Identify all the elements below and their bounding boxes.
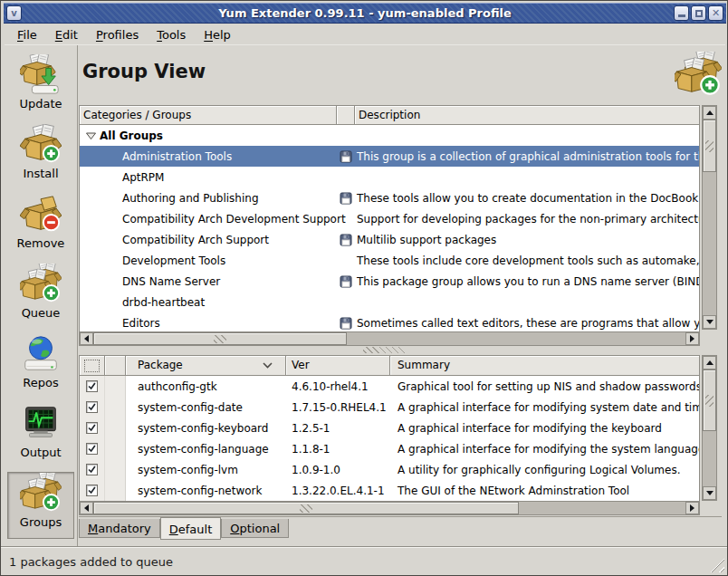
- menubar: File Edit Profiles Tools Help: [5, 24, 725, 45]
- groups-hscroll-thumb[interactable]: [93, 332, 347, 345]
- group-row[interactable]: Administration Tools This group is a col…: [80, 146, 699, 167]
- row-checkbox[interactable]: [86, 464, 98, 475]
- thumb-grip: [214, 335, 226, 343]
- pane-splitter-grip[interactable]: [363, 347, 405, 353]
- sidebar-item-repos[interactable]: Repos: [7, 332, 74, 399]
- menu-item[interactable]: File: [8, 26, 46, 43]
- package-version: 1.3.22.0.EL.4.1-1: [286, 485, 390, 497]
- minimize-button[interactable]: [674, 5, 689, 21]
- groups-vscroll-thumb[interactable]: [703, 120, 716, 172]
- row-checkbox[interactable]: [86, 485, 98, 496]
- group-row[interactable]: Compatibility Arch Support Multilib supp…: [80, 229, 699, 250]
- sidebar-item-queue[interactable]: Queue: [7, 263, 74, 330]
- group-name: Compatibility Arch Support: [100, 234, 269, 246]
- column-header-summary[interactable]: Summary: [390, 356, 699, 375]
- statusbar: 1 packages added to queue: [1, 548, 728, 576]
- scroll-down-button[interactable]: [703, 486, 716, 500]
- column-header-group-icon[interactable]: [337, 106, 355, 124]
- menu-item[interactable]: Tools: [148, 26, 195, 43]
- package-row[interactable]: authconfig-gtk 4.6.10-rhel4.1 Graphical …: [80, 376, 699, 397]
- arrow-up-icon: [706, 110, 714, 115]
- column-header-package[interactable]: Package: [126, 356, 286, 375]
- group-row[interactable]: Editors Sometimes called text editors, t…: [80, 312, 699, 331]
- scroll-up-button[interactable]: [703, 356, 716, 370]
- package-row[interactable]: system-config-date 1.7.15-0.RHEL4.1 A gr…: [80, 397, 699, 418]
- tab[interactable]: Default: [160, 517, 222, 540]
- row-checkbox[interactable]: [86, 401, 98, 413]
- scroll-down-button[interactable]: [703, 315, 716, 329]
- row-checkbox[interactable]: [86, 380, 98, 392]
- groups-hscrollbar[interactable]: [79, 331, 700, 346]
- column-header-categories[interactable]: Categories / Groups: [80, 106, 337, 124]
- package-summary: A graphical interface for modifying syst…: [390, 401, 699, 414]
- scroll-trough[interactable]: [347, 332, 685, 345]
- group-name-cell: Compatibility Arch Support: [80, 234, 337, 246]
- sidebar-item-label: Remove: [17, 236, 65, 250]
- group-row[interactable]: Compatibility Arch Development Support S…: [80, 208, 699, 229]
- scroll-trough[interactable]: [703, 431, 716, 486]
- package-row[interactable]: system-config-keyboard 1.2.5-1 A graphic…: [80, 418, 699, 438]
- row-checkbox[interactable]: [86, 443, 98, 455]
- scroll-right-button[interactable]: [685, 332, 699, 345]
- scroll-left-button[interactable]: [80, 332, 93, 345]
- group-icon-cell: [337, 171, 355, 184]
- maximize-icon: [695, 10, 703, 17]
- window-menu-button[interactable]: v: [6, 5, 22, 21]
- scroll-trough[interactable]: [703, 172, 716, 315]
- group-name-cell: Editors: [80, 317, 337, 330]
- group-row[interactable]: drbd-heartbeat: [80, 292, 699, 312]
- sidebar-item-install[interactable]: Install: [7, 123, 74, 190]
- package-name: system-config-language: [126, 443, 286, 456]
- menu-item[interactable]: Edit: [46, 26, 87, 43]
- arrow-right-icon: [690, 504, 694, 512]
- column-header-status[interactable]: [105, 356, 126, 375]
- titlebar[interactable]: v Yum Extender 0.99.11 - yum-enabled Pro…: [4, 3, 726, 24]
- scroll-right-button[interactable]: [685, 502, 699, 514]
- menu-item[interactable]: Help: [195, 26, 240, 43]
- package-row[interactable]: system-config-lvm 1.0.9-1.0 A utility fo…: [80, 459, 699, 480]
- sidebar-item-groups[interactable]: Groups: [7, 472, 74, 539]
- row-checkbox[interactable]: [86, 422, 98, 434]
- scroll-trough[interactable]: [519, 502, 685, 514]
- menu-item[interactable]: Profiles: [87, 26, 148, 43]
- maximize-button[interactable]: [691, 5, 706, 21]
- group-row[interactable]: Development Tools These tools include co…: [80, 250, 699, 271]
- package-header-label: Package: [138, 359, 183, 371]
- group-row[interactable]: Authoring and Publishing These tools all…: [80, 187, 699, 208]
- tab[interactable]: Mandatory: [79, 519, 160, 538]
- column-header-description[interactable]: Description: [355, 106, 699, 124]
- close-icon: ✕: [712, 8, 720, 18]
- expander-triangle-icon[interactable]: [85, 131, 100, 140]
- packages-vscroll-thumb[interactable]: [703, 370, 716, 431]
- group-name-cell: DNS Name Server: [80, 275, 337, 288]
- tab[interactable]: Optional: [221, 519, 289, 538]
- package-row[interactable]: system-config-language 1.1.8-1 A graphic…: [80, 438, 699, 459]
- packages-vscrollbar[interactable]: [702, 355, 717, 501]
- app-window: v Yum Extender 0.99.11 - yum-enabled Pro…: [0, 0, 728, 576]
- group-icon-cell: [337, 254, 355, 267]
- close-button[interactable]: ✕: [708, 5, 723, 21]
- packages-hscrollbar[interactable]: [79, 501, 700, 515]
- group-name-cell: AptRPM: [80, 171, 337, 184]
- column-header-ver[interactable]: Ver: [286, 356, 390, 375]
- package-status-cell: [105, 376, 126, 397]
- scroll-up-button[interactable]: [703, 106, 716, 120]
- groups-table-header: Categories / Groups Description: [79, 105, 700, 125]
- package-row[interactable]: system-config-network 1.3.22.0.EL.4.1-1 …: [80, 480, 699, 501]
- packages-table-body: authconfig-gtk 4.6.10-rhel4.1 Graphical …: [79, 376, 700, 501]
- sidebar-item-label: Install: [23, 167, 58, 180]
- column-header-select-all[interactable]: [80, 356, 105, 375]
- packages-hscroll-thumb[interactable]: [93, 502, 519, 514]
- scroll-left-button[interactable]: [80, 502, 93, 514]
- arrow-down-icon: [706, 491, 714, 495]
- sidebar-item-remove[interactable]: Remove: [7, 193, 74, 260]
- sidebar-item-update[interactable]: Update: [7, 53, 74, 120]
- sidebar-item-output[interactable]: Output: [7, 402, 74, 469]
- group-row[interactable]: DNS Name Server This package group allow…: [80, 271, 699, 292]
- group-name: Authoring and Publishing: [100, 192, 259, 205]
- package-version: 1.1.8-1: [286, 443, 390, 456]
- select-all-box: [84, 360, 100, 372]
- groups-vscrollbar[interactable]: [702, 105, 717, 330]
- group-row[interactable]: All Groups: [80, 125, 699, 146]
- group-row[interactable]: AptRPM: [80, 167, 699, 187]
